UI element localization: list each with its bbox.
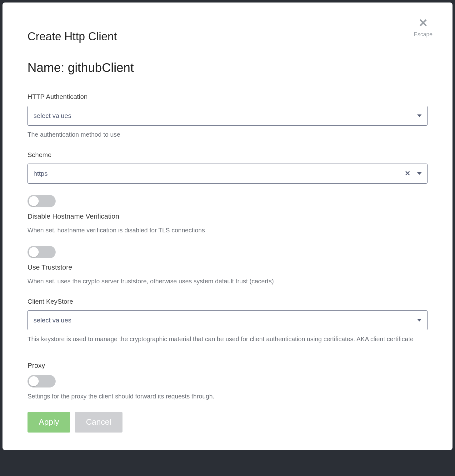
client-keystore-placeholder: select values <box>33 316 417 325</box>
toggle-knob <box>29 196 39 206</box>
clear-icon[interactable]: ✕ <box>405 170 410 177</box>
chevron-down-icon <box>417 172 422 175</box>
proxy-help: Settings for the proxy the client should… <box>28 392 428 401</box>
use-truststore-label: Use Truststore <box>28 263 428 272</box>
toggle-knob <box>29 247 39 257</box>
toggle-knob <box>29 376 39 386</box>
close-icon[interactable]: ✕ <box>418 18 428 29</box>
client-keystore-field: Client KeyStore select values This keyst… <box>28 297 428 343</box>
disable-hostname-toggle[interactable] <box>28 195 56 207</box>
client-keystore-select[interactable]: select values <box>28 310 428 330</box>
use-truststore-help: When set, uses the crypto server trustst… <box>28 277 428 286</box>
scheme-field: Scheme https ✕ <box>28 150 428 184</box>
http-authentication-select[interactable]: select values <box>28 106 428 126</box>
disable-hostname-help: When set, hostname verification is disab… <box>28 226 428 235</box>
proxy-field: Proxy Settings for the proxy the client … <box>28 361 428 401</box>
use-truststore-field: Use Truststore When set, uses the crypto… <box>28 246 428 286</box>
http-authentication-placeholder: select values <box>33 111 417 120</box>
http-authentication-field: HTTP Authentication select values The au… <box>28 92 428 139</box>
modal-title: Create Http Client <box>28 29 428 44</box>
close-label: Escape <box>414 31 432 38</box>
chevron-down-icon <box>417 319 422 322</box>
http-authentication-help: The authentication method to use <box>28 130 428 139</box>
scheme-label: Scheme <box>28 150 428 159</box>
disable-hostname-label: Disable Hostname Verification <box>28 212 428 221</box>
create-http-client-modal: ✕ Escape Create Http Client Name: github… <box>2 3 452 450</box>
modal-backdrop: ✕ Escape Create Http Client Name: github… <box>0 0 455 476</box>
name-prefix: Name: <box>28 61 68 74</box>
scheme-select[interactable]: https ✕ <box>28 164 428 184</box>
http-authentication-label: HTTP Authentication <box>28 92 428 101</box>
button-row: Apply Cancel <box>28 412 428 433</box>
name-heading: Name: githubClient <box>28 59 428 76</box>
client-keystore-help: This keystore is used to manage the cryp… <box>28 335 428 343</box>
scheme-value: https <box>33 169 405 178</box>
name-value: githubClient <box>68 61 134 74</box>
chevron-down-icon <box>417 114 422 117</box>
close-area: ✕ Escape <box>414 18 432 38</box>
use-truststore-toggle[interactable] <box>28 246 56 258</box>
apply-button[interactable]: Apply <box>28 412 70 433</box>
disable-hostname-field: Disable Hostname Verification When set, … <box>28 195 428 235</box>
proxy-label: Proxy <box>28 361 428 371</box>
proxy-toggle[interactable] <box>28 375 56 387</box>
cancel-button[interactable]: Cancel <box>75 412 122 433</box>
client-keystore-label: Client KeyStore <box>28 297 428 306</box>
